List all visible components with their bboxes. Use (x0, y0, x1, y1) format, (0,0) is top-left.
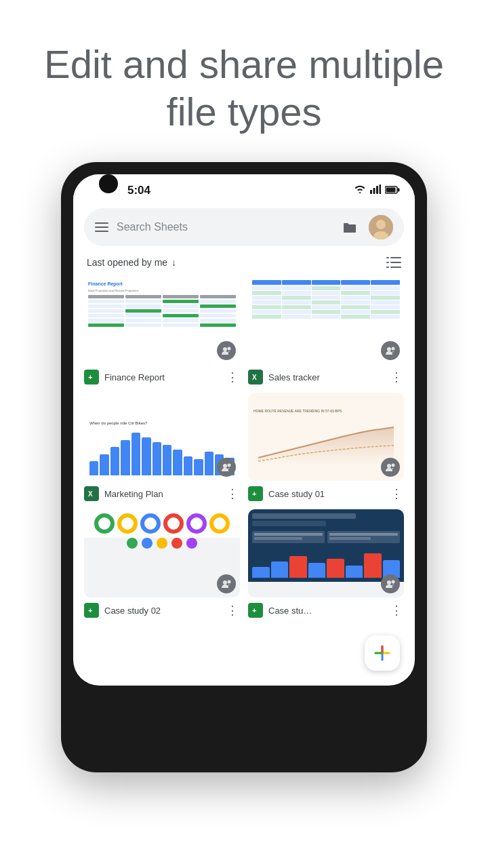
phone-frame: 5:04 (61, 162, 427, 772)
search-input[interactable]: Search Sheets (117, 221, 331, 233)
svg-rect-13 (386, 262, 389, 263)
file-name: Case study 01 (268, 489, 384, 499)
file-thumbnail-case-study-01: HOME ROUTE REVENUE ARE TRENDING IN 57-63… (248, 393, 404, 481)
donut-chart-circle (117, 513, 138, 534)
file-thumbnail-case-study-02 (84, 509, 240, 597)
status-icons (354, 184, 400, 197)
file-info: + Case study 01 ⋮ (248, 486, 404, 501)
svg-text:X: X (252, 374, 257, 381)
file-name: Sales tracker (268, 372, 384, 382)
hamburger-menu-icon[interactable] (95, 222, 108, 232)
svg-rect-1 (373, 188, 375, 194)
shared-badge (381, 341, 400, 360)
svg-point-16 (223, 347, 227, 351)
more-options-button[interactable]: ⋮ (389, 486, 404, 501)
battery-icon (385, 184, 400, 197)
page-title: Edit and share multiple file types (27, 41, 461, 135)
svg-text:+: + (252, 606, 256, 614)
file-info: + Case study 02 ⋮ (84, 603, 240, 618)
more-options-button[interactable]: ⋮ (225, 370, 240, 384)
file-info: X Marketing Plan ⋮ (84, 486, 240, 501)
more-options-button[interactable]: ⋮ (389, 370, 404, 384)
svg-point-26 (392, 464, 395, 467)
svg-text:+: + (88, 606, 92, 614)
camera-hole (99, 174, 118, 193)
more-options-button[interactable]: ⋮ (225, 603, 240, 618)
shared-badge (217, 458, 236, 477)
more-options-button[interactable]: ⋮ (389, 603, 404, 618)
sheets-icon: + (248, 486, 263, 501)
wifi-icon (354, 184, 366, 197)
svg-rect-0 (370, 190, 372, 194)
file-card[interactable]: + Case stu… ⋮ (248, 509, 404, 618)
file-info: + Case stu… ⋮ (248, 603, 404, 618)
svg-point-32 (392, 580, 395, 584)
folder-icon[interactable] (339, 216, 361, 238)
donut-chart-circle (186, 513, 207, 534)
svg-point-19 (387, 347, 391, 351)
svg-rect-11 (386, 257, 389, 258)
svg-rect-12 (390, 262, 401, 263)
svg-point-29 (228, 580, 231, 584)
file-thumbnail-finance-report: Finance Report Initial Projections and R… (84, 276, 240, 364)
sheets-icon: + (84, 370, 99, 384)
fab-button[interactable] (365, 635, 400, 671)
svg-rect-3 (380, 184, 382, 194)
svg-point-23 (228, 464, 231, 467)
donut-chart-circle (163, 513, 184, 534)
svg-text:+: + (88, 373, 92, 381)
page-header: Edit and share multiple file types (0, 0, 488, 162)
file-info: X Sales tracker ⋮ (248, 370, 404, 384)
svg-text:+: + (252, 490, 256, 498)
svg-point-28 (223, 580, 227, 585)
signal-icon (370, 184, 381, 197)
svg-rect-5 (386, 188, 396, 193)
status-bar: 5:04 (73, 174, 415, 204)
shared-badge (381, 458, 400, 477)
phone-screen: 5:04 (73, 174, 415, 686)
file-name: Marketing Plan (104, 489, 220, 499)
svg-rect-10 (390, 257, 401, 258)
file-card[interactable]: + Case study 02 ⋮ (84, 509, 240, 618)
svg-point-8 (376, 220, 386, 229)
excel-icon: X (248, 370, 263, 384)
file-info: + Finance Report ⋮ (84, 370, 240, 384)
excel-icon: X (84, 486, 99, 501)
svg-point-20 (392, 347, 395, 351)
list-view-button[interactable] (386, 257, 401, 268)
file-card[interactable]: HOME ROUTE REVENUE ARE TRENDING IN 57-63… (248, 393, 404, 501)
shared-badge (217, 574, 236, 593)
shared-badge (217, 341, 236, 360)
donut-chart-circle (209, 513, 230, 534)
more-options-button[interactable]: ⋮ (225, 486, 240, 501)
file-card[interactable]: X Sales tracker ⋮ (248, 276, 404, 384)
sort-label-text: Last opened by me (87, 257, 167, 268)
donut-chart-circle (94, 513, 115, 534)
svg-rect-6 (398, 189, 400, 192)
search-bar[interactable]: Search Sheets (84, 208, 404, 246)
donut-chart-circle (140, 513, 161, 534)
file-grid: Finance Report Initial Projections and R… (73, 276, 415, 631)
file-thumbnail-sales-tracker (248, 276, 404, 364)
sort-bar: Last opened by me ↓ (73, 254, 415, 276)
file-thumbnail-marketing-plan: When do people ride Citi Bikes? (84, 393, 240, 481)
sheets-icon: + (248, 603, 263, 618)
svg-point-25 (387, 464, 391, 468)
file-card[interactable]: When do people ride Citi Bikes? (84, 393, 240, 501)
sheets-icon: + (84, 603, 99, 618)
status-time: 5:04 (127, 184, 150, 197)
svg-rect-2 (376, 186, 378, 194)
file-thumbnail-case-study-03 (248, 509, 404, 597)
sort-arrow-icon: ↓ (171, 257, 176, 268)
svg-point-17 (228, 347, 231, 351)
svg-point-31 (387, 580, 391, 585)
sort-label[interactable]: Last opened by me ↓ (87, 257, 176, 268)
svg-rect-15 (386, 267, 389, 268)
file-name: Case stu… (268, 606, 384, 616)
svg-rect-14 (390, 267, 401, 268)
file-name: Case study 02 (104, 606, 220, 616)
file-card[interactable]: Finance Report Initial Projections and R… (84, 276, 240, 384)
file-name: Finance Report (104, 372, 220, 382)
svg-point-22 (223, 464, 227, 468)
avatar[interactable] (369, 215, 393, 239)
